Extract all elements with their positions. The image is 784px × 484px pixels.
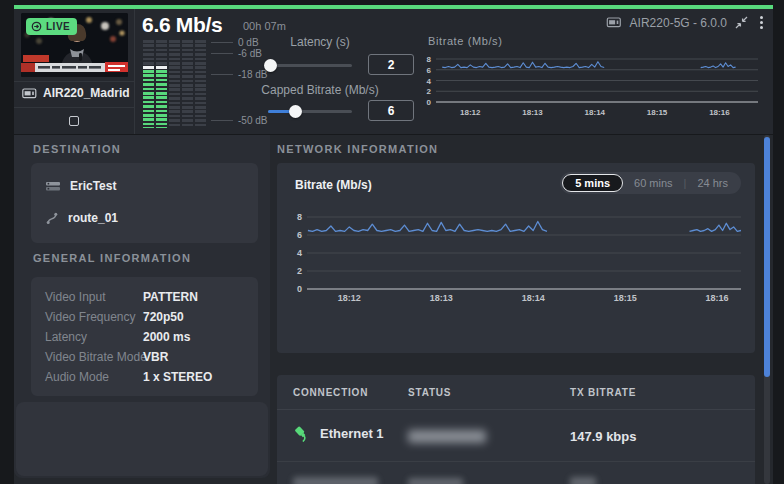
destination-item[interactable]: EricTest [45,179,116,193]
meter-column [182,40,193,128]
meter-column [169,40,180,128]
svg-text:18:16: 18:16 [706,293,729,303]
svg-text:18:15: 18:15 [647,108,668,117]
meter-scale-label: -6 dB [238,48,262,59]
collapse-icon [735,16,748,29]
info-value: 1 x STEREO [143,370,212,384]
meter-scale-row: -50 dB [211,115,267,126]
transmitter-icon [22,88,37,99]
device-name-row[interactable]: AIR220_Madrid [22,82,132,104]
svg-text:4: 4 [427,77,432,86]
more-options-button[interactable] [756,15,767,30]
meter-segments [156,40,167,66]
destination-label: route_01 [68,211,118,225]
kebab-dot [760,21,763,24]
latency-slider[interactable] [268,64,352,67]
info-value: 720p50 [143,310,184,324]
svg-text:18:15: 18:15 [614,293,637,303]
live-badge: LIVE [26,18,77,35]
svg-text:18:12: 18:12 [338,293,361,303]
range-tab-60-mins[interactable]: 60 mins [623,177,684,189]
partial-row-connection-redacted [293,477,378,484]
meter-scale-label: 0 dB [238,37,259,48]
ethernet-plug-icon [293,425,310,442]
select-row [14,108,134,134]
capped-bitrate-input[interactable]: 6 [368,100,414,121]
device-model-version: AIR220-5G - 6.0.0 [630,16,727,30]
info-row: Latency2000 ms [45,330,245,346]
partial-row-status-redacted [408,478,463,484]
network-section-title: NETWORK INFORMATION [277,143,438,155]
meter-segments [182,40,193,128]
mini-bitrate-chart: 0246818:1218:1318:1418:1518:16 [420,47,772,129]
select-checkbox[interactable] [69,116,79,126]
destination-item[interactable]: route_01 [45,211,118,225]
live-arrow-icon [31,21,42,32]
content-scrollbar [764,135,770,484]
capped-bitrate-slider-handle[interactable] [289,105,302,118]
current-bitrate-value: 6.6 Mb/s [142,13,222,37]
latency-input[interactable]: 2 [368,54,414,75]
svg-text:8: 8 [297,212,302,222]
chart-title: Bitrate (Mb/s) [295,178,372,192]
latency-slider-handle[interactable] [264,59,277,72]
destination-label: EricTest [70,179,116,193]
svg-text:8: 8 [427,55,432,64]
meter-segments [169,40,180,128]
latency-slider-label: Latency (s) [262,35,378,49]
meter-segments [195,40,206,128]
empty-section-card [16,402,268,476]
table-row-connection-cell: Ethernet 1 [293,425,384,442]
main-content: DESTINATION EricTest route_01 [14,135,773,484]
info-label: Audio Mode [45,370,109,384]
meter-segments [156,70,167,128]
svg-text:0: 0 [427,98,432,107]
partial-row-bitrate-redacted [570,477,596,484]
uptime-counter: 00h 07m [243,20,286,32]
svg-text:18:14: 18:14 [522,293,545,303]
bitrate-chart-card: Bitrate (Mb/s) 5 mins 60 mins | 24 hrs 0… [277,163,755,353]
general-info-card: Video InputPATTERN Video Frequency720p50… [31,277,258,396]
transmitter-icon [606,17,622,28]
bitrate-chart: 0246818:1218:1318:1418:1518:16 [283,205,749,345]
divider [277,409,755,410]
tick-mark [211,74,233,75]
info-label: Latency [45,330,87,344]
svg-text:18:12: 18:12 [460,108,481,117]
collapse-panel-button[interactable] [735,16,748,29]
range-tab-5-mins[interactable]: 5 mins [562,174,623,192]
meter-segments [143,40,154,66]
svg-text:18:13: 18:13 [430,293,453,303]
destination-card: EricTest route_01 [31,163,258,243]
status-redacted-value [408,430,486,443]
range-tab-24-hrs[interactable]: 24 hrs [686,177,739,189]
info-row: Video InputPATTERN [45,290,245,306]
info-label: Video Frequency [45,310,136,324]
svg-text:18:14: 18:14 [585,108,606,117]
mini-chart-title: Bitrate (Mb/s) [428,35,502,47]
header-actions: AIR220-5G - 6.0.0 [606,15,767,30]
route-icon [45,211,59,225]
tick-mark [211,42,233,43]
meter-column [143,40,154,128]
divider [277,461,755,462]
meter-scale-label: -18 dB [238,69,267,80]
left-sidebar: DESTINATION EricTest route_01 [14,135,270,478]
scrollbar-thumb[interactable] [764,137,770,377]
capped-bitrate-slider[interactable] [268,110,352,113]
meter-scale-row: 0 dB [211,37,259,48]
info-value: PATTERN [143,290,198,304]
connection-name: Ethernet 1 [320,426,384,441]
video-thumbnail[interactable]: LIVE [21,13,128,77]
meter-segments [143,70,154,128]
header-bar: LIVE AIR220_Madrid 6.6 Mb/s 00h 07m 0 dB… [14,5,773,134]
column-header-tx-bitrate: TX BITRATE [570,387,636,398]
general-info-section-title: GENERAL INFORMATION [33,252,191,264]
receiver-icon [45,180,61,192]
meter-scale-row: -6 dB [211,48,262,59]
meter-scale-label: -50 dB [238,115,267,126]
app-window: LIVE AIR220_Madrid 6.6 Mb/s 00h 07m 0 dB… [0,0,784,484]
info-value: VBR [143,350,168,364]
info-row: Video Bitrate ModeVBR [45,350,245,366]
svg-text:2: 2 [297,266,302,276]
